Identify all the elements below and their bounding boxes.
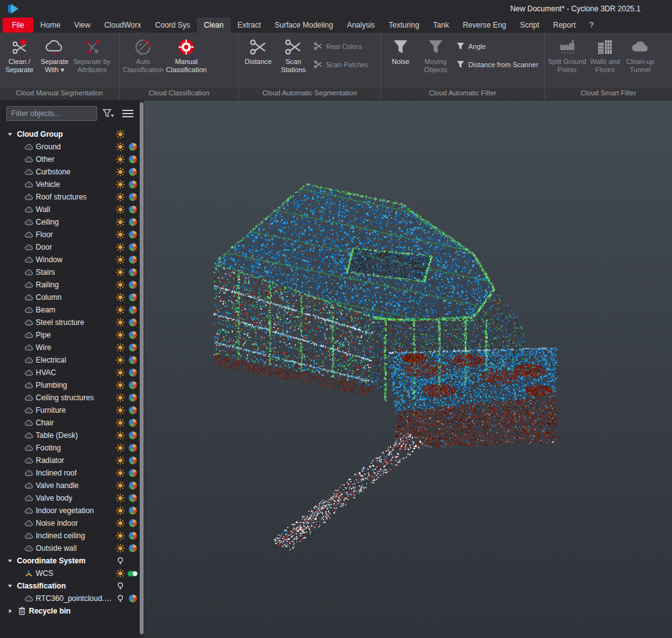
- tab-script[interactable]: Script: [513, 18, 547, 33]
- sun-icon[interactable]: [115, 393, 125, 403]
- sun-icon[interactable]: [115, 305, 125, 315]
- tab-surface-modeling[interactable]: Surface Modeling: [268, 18, 340, 33]
- ribbon-button-separate-with[interactable]: SeparateWith ▾: [37, 35, 72, 74]
- tree-item-outside-wall[interactable]: Outside wall: [0, 542, 144, 555]
- tree-item-inclined-roof[interactable]: Inclined roof: [0, 467, 144, 479]
- toggle-icon[interactable]: [127, 568, 138, 578]
- sun-icon[interactable]: [115, 129, 125, 139]
- sun-icon[interactable]: [115, 506, 125, 516]
- tree-item-beam[interactable]: Beam: [0, 304, 144, 316]
- tree-item-radiator[interactable]: Radiator: [0, 454, 144, 467]
- sun-icon[interactable]: [115, 518, 125, 528]
- filter-button[interactable]: [100, 106, 117, 121]
- pie-icon[interactable]: [127, 493, 138, 503]
- pie-icon[interactable]: [127, 443, 138, 453]
- point-cloud-canvas[interactable]: [144, 100, 672, 638]
- tree-item-hvac[interactable]: HVAC: [0, 366, 144, 379]
- pie-icon[interactable]: [127, 430, 138, 440]
- sun-icon[interactable]: [115, 430, 125, 440]
- pie-icon[interactable]: [127, 317, 138, 327]
- tree-item-railing[interactable]: Railing: [0, 279, 144, 291]
- sun-icon[interactable]: [115, 292, 125, 302]
- viewport-3d[interactable]: [144, 100, 672, 638]
- tree-item-classification[interactable]: Classification: [0, 580, 144, 592]
- sun-icon[interactable]: [115, 142, 125, 152]
- ribbon-button-manual-classification[interactable]: ManualClassification: [165, 35, 208, 74]
- sun-icon[interactable]: [115, 568, 125, 578]
- pie-icon[interactable]: [127, 506, 138, 516]
- filter-objects-input[interactable]: [6, 106, 97, 121]
- tree-item-furniture[interactable]: Furniture: [0, 404, 144, 417]
- pie-icon[interactable]: [127, 368, 138, 378]
- sun-icon[interactable]: [115, 543, 125, 553]
- sun-icon[interactable]: [115, 217, 125, 227]
- arrow-down-icon[interactable]: [5, 129, 15, 139]
- tab-help[interactable]: ?: [582, 18, 601, 33]
- sun-icon[interactable]: [115, 154, 125, 164]
- sun-icon[interactable]: [115, 280, 125, 290]
- sun-icon[interactable]: [115, 355, 125, 365]
- tab-extract[interactable]: Extract: [231, 18, 268, 33]
- sun-icon[interactable]: [115, 330, 125, 340]
- sun-icon[interactable]: [115, 205, 125, 215]
- tree-item-wall[interactable]: Wall: [0, 203, 144, 216]
- pie-icon[interactable]: [127, 205, 138, 215]
- ribbon-button-scan-stations[interactable]: ScanStations: [276, 35, 311, 74]
- arrow-down-icon[interactable]: [5, 581, 15, 591]
- pie-icon[interactable]: [127, 305, 138, 315]
- sun-icon[interactable]: [115, 405, 125, 415]
- tree-item-door[interactable]: Door: [0, 241, 144, 253]
- tab-analysis[interactable]: Analysis: [340, 18, 382, 33]
- bulb-icon[interactable]: [115, 581, 125, 591]
- tab-tank[interactable]: Tank: [426, 18, 456, 33]
- tab-texturing[interactable]: Texturing: [382, 18, 426, 33]
- sun-icon[interactable]: [115, 418, 125, 428]
- sun-icon[interactable]: [115, 242, 125, 252]
- pie-icon[interactable]: [127, 167, 138, 177]
- arrow-down-icon[interactable]: [5, 556, 15, 566]
- tab-report[interactable]: Report: [546, 18, 582, 33]
- tree-item-cloud-group[interactable]: Cloud Group: [0, 128, 144, 141]
- tree-item-table-desk[interactable]: Table (Desk): [0, 429, 144, 442]
- tree-item-wire[interactable]: Wire: [0, 341, 144, 354]
- pie-icon[interactable]: [127, 543, 138, 553]
- pie-icon[interactable]: [127, 267, 138, 277]
- pie-icon[interactable]: [127, 418, 138, 428]
- pie-icon[interactable]: [127, 179, 138, 189]
- arrow-right-icon[interactable]: [5, 606, 15, 616]
- pie-icon[interactable]: [127, 405, 138, 415]
- tree-item-pipe[interactable]: Pipe: [0, 329, 144, 341]
- pie-icon[interactable]: [127, 217, 138, 227]
- tree-item-indoor-vegetation[interactable]: Indoor vegetation: [0, 504, 144, 517]
- tab-coord-sys[interactable]: Coord Sys: [148, 18, 197, 33]
- tree-item-curbstone[interactable]: Curbstone: [0, 166, 144, 178]
- tree-item-vehicle[interactable]: Vehicle: [0, 178, 144, 191]
- ribbon-button-distance-from-scanner[interactable]: Distance from Scanner: [456, 60, 538, 69]
- pie-icon[interactable]: [127, 531, 138, 541]
- sun-icon[interactable]: [115, 179, 125, 189]
- tree-item-plumbing[interactable]: Plumbing: [0, 379, 144, 391]
- sun-icon[interactable]: [115, 192, 125, 202]
- pie-icon[interactable]: [127, 255, 138, 265]
- tree-item-chair[interactable]: Chair: [0, 417, 144, 429]
- tree-item-footing[interactable]: Footing: [0, 442, 144, 454]
- tree-item-inclined-ceiling[interactable]: Inclined ceiling: [0, 529, 144, 542]
- tree-item-ceiling-structures[interactable]: Ceiling structures: [0, 391, 144, 404]
- sun-icon[interactable]: [115, 368, 125, 378]
- tree-item-valve-handle[interactable]: Valve handle: [0, 479, 144, 492]
- tree-item-ground[interactable]: Ground: [0, 141, 144, 153]
- tree-item-wcs[interactable]: WCS: [0, 567, 144, 580]
- tree-item-column[interactable]: Column: [0, 291, 144, 304]
- menu-button[interactable]: [120, 106, 136, 121]
- tab-clean[interactable]: Clean: [197, 18, 230, 33]
- sidebar-scrollbar-thumb[interactable]: [140, 102, 144, 634]
- sun-icon[interactable]: [115, 267, 125, 277]
- tree-item-noise-indoor[interactable]: Noise indoor: [0, 517, 144, 529]
- pie-icon[interactable]: [127, 455, 138, 465]
- ribbon-button-clean-separate[interactable]: Clean /Separate: [2, 35, 37, 74]
- tree-item-rtc360-pointcloud-e57[interactable]: RTC360_pointcloud.e57: [0, 592, 144, 605]
- tree-item-floor[interactable]: Floor: [0, 228, 144, 241]
- bulb-icon[interactable]: [115, 556, 125, 566]
- tree-item-stairs[interactable]: Stairs: [0, 266, 144, 279]
- sun-icon[interactable]: [115, 255, 125, 265]
